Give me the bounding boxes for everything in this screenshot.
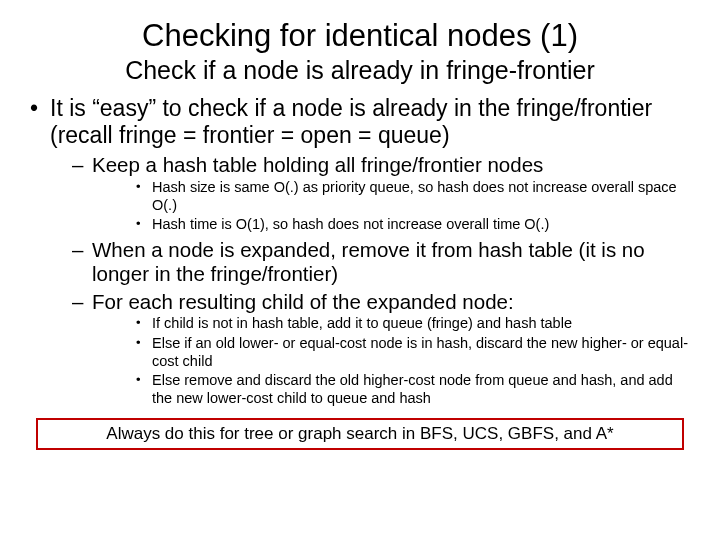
- slide-subtitle: Check if a node is already in fringe-fro…: [28, 56, 692, 85]
- bullet-text: Keep a hash table holding all fringe/fro…: [92, 153, 543, 176]
- bullet-lvl3: Else if an old lower- or equal-cost node…: [92, 335, 692, 370]
- callout-box: Always do this for tree or graph search …: [36, 418, 684, 450]
- bullet-lvl3: Hash time is O(1), so hash does not incr…: [92, 216, 692, 234]
- bullet-lvl3: Hash size is same O(.) as priority queue…: [92, 179, 692, 214]
- bullet-lvl3: If child is not in hash table, add it to…: [92, 315, 692, 333]
- bullet-text: It is “easy” to check if a node is alrea…: [50, 95, 652, 148]
- bullet-list: It is “easy” to check if a node is alrea…: [28, 95, 692, 408]
- bullet-lvl2: Keep a hash table holding all fringe/fro…: [50, 153, 692, 234]
- bullet-lvl3: Else remove and discard the old higher-c…: [92, 372, 692, 407]
- bullet-lvl2: When a node is expanded, remove it from …: [50, 238, 692, 286]
- bullet-lvl1: It is “easy” to check if a node is alrea…: [28, 95, 692, 408]
- bullet-text: For each resulting child of the expanded…: [92, 290, 514, 313]
- slide-title: Checking for identical nodes (1): [28, 18, 692, 54]
- bullet-text: When a node is expanded, remove it from …: [92, 238, 645, 285]
- bullet-lvl2: For each resulting child of the expanded…: [50, 290, 692, 408]
